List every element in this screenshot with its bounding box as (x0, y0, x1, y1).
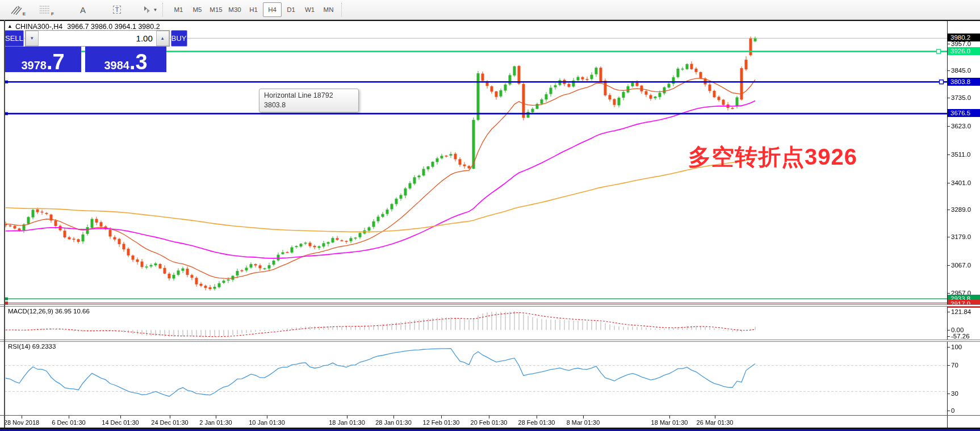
symbol-timeframe: CHINA300-,H4 (15, 23, 62, 31)
price-axis-label: 3735.0 (951, 94, 971, 102)
bottom-window-strip (0, 429, 980, 431)
price-axis-label: 3511.0 (951, 150, 970, 158)
rsi-label: RSI(14) 69.2333 (8, 343, 56, 350)
price-axis-label: 3926.0 (948, 47, 980, 55)
time-axis-separator (0, 415, 980, 416)
volume-input[interactable] (39, 31, 156, 46)
ohlc-values: 3966.7 3986.0 3964.1 3980.2 (67, 23, 160, 31)
price-axis-label: 3401.0 (951, 179, 971, 187)
price-axis-label: 121.84 (951, 308, 971, 316)
time-axis-label: 2 Jan 01:30 (199, 419, 232, 426)
price-axis-label: 3845.0 (951, 66, 971, 74)
buy-button[interactable]: BUY (171, 30, 187, 47)
trade-panel-prices: 3978.7 3984.3 (5, 47, 166, 72)
trade-panel-top-row: SELL ▼ ▲ BUY (5, 30, 166, 47)
volume-increase-button[interactable]: ▲ (156, 31, 169, 46)
tooltip-line2: 3803.8 (264, 101, 354, 110)
time-axis-label: 10 Jan 01:30 (249, 419, 285, 426)
sell-price[interactable]: 3978.7 (5, 47, 81, 72)
sell-button[interactable]: SELL (5, 30, 24, 47)
price-axis-label: 3676.5 (948, 109, 980, 117)
time-axis-label: 8 Mar 01:30 (567, 419, 600, 426)
price-axis-label: 3803.8 (948, 78, 980, 86)
mt4-window: E F A T ▼ M1M5M15M30H1H4D1W1MN ▲CHINA300… (0, 0, 980, 431)
time-axis-label: 6 Dec 01:30 (52, 419, 85, 426)
time-axis-label: 24 Dec 01:30 (151, 419, 188, 426)
price-axis-label: 0 (951, 407, 954, 415)
volume-decrease-button[interactable]: ▼ (26, 31, 39, 46)
one-click-trade-panel: SELL ▼ ▲ BUY 3978.7 3984.3 (5, 30, 166, 72)
price-axis-label: -57.26 (951, 332, 970, 340)
price-axis-label: 3179.0 (951, 233, 971, 241)
time-axis-label: 28 Jan 01:30 (375, 419, 412, 426)
collapse-arrow-icon[interactable]: ▲ (7, 23, 12, 29)
price-axis-label: 3957.0 (951, 40, 971, 48)
price-axis-line (947, 21, 948, 428)
volume-field: ▼ ▲ (25, 30, 170, 47)
chart-title: ▲CHINA300-,H43966.7 3986.0 3964.1 3980.2 (7, 23, 160, 31)
rsi-panel-separator[interactable] (0, 340, 980, 342)
buy-price[interactable]: 3984.3 (85, 47, 166, 72)
chart-window-left-border (4, 20, 5, 428)
time-axis-label: 14 Dec 01:30 (102, 419, 139, 426)
price-axis-label: 3067.0 (951, 261, 971, 269)
time-axis-label: 26 Mar 01:30 (697, 419, 734, 426)
object-tooltip: Horizontal Line 18792 3803.8 (259, 89, 359, 112)
chart-window-top-border (0, 20, 980, 21)
time-axis-label: 28 Feb 01:30 (518, 419, 555, 426)
price-axis-label: 3289.0 (951, 206, 971, 214)
price-axis-label: 3623.0 (951, 122, 971, 130)
macd-panel-separator[interactable] (0, 304, 980, 307)
tooltip-line1: Horizontal Line 18792 (264, 91, 354, 101)
price-axis-label: 70 (951, 361, 958, 369)
chart-text-annotation[interactable]: 多空转折点3926 (688, 141, 857, 173)
price-axis-label: 100 (951, 343, 962, 351)
macd-label: MACD(12,26,9) 36.95 10.66 (8, 308, 90, 315)
price-axis-label: 30 (951, 390, 958, 397)
time-axis-label: 18 Mar 01:30 (651, 419, 688, 426)
time-axis-label: 18 Jan 01:30 (329, 419, 365, 426)
time-axis-label: 12 Feb 01:30 (423, 419, 460, 426)
time-axis-label: 28 Nov 2018 (4, 419, 39, 426)
time-axis-label: 20 Feb 01:30 (471, 419, 508, 426)
